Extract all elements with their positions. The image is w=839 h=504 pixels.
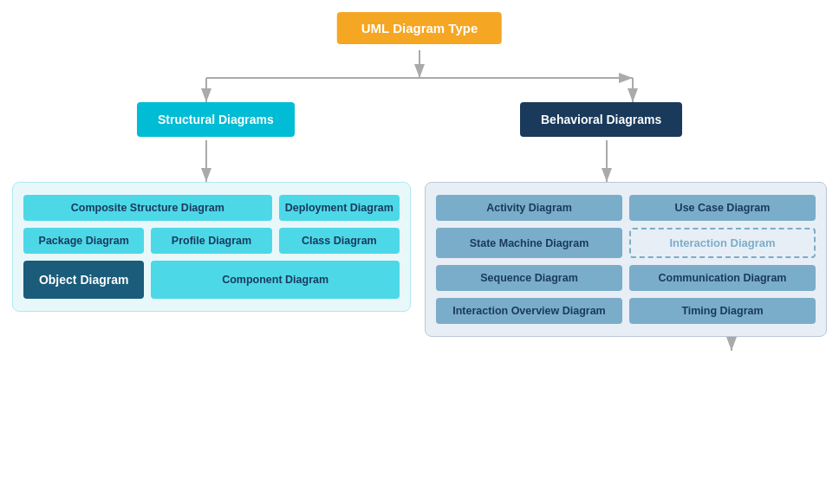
structural-diagrams-box: Structural Diagrams [137, 102, 295, 137]
object-diagram[interactable]: Object Diagram [23, 261, 144, 299]
structural-grid: Composite Structure Diagram Deployment D… [23, 195, 400, 299]
profile-diagram[interactable]: Profile Diagram [151, 228, 271, 254]
component-diagram[interactable]: Component Diagram [151, 261, 400, 299]
activity-diagram[interactable]: Activity Diagram [436, 195, 622, 221]
state-machine-diagram[interactable]: State Machine Diagram [436, 228, 622, 258]
class-diagram[interactable]: Class Diagram [279, 228, 400, 254]
use-case-diagram[interactable]: Use Case Diagram [629, 195, 816, 221]
composite-structure-diagram[interactable]: Composite Structure Diagram [23, 195, 272, 221]
diagram-container: UML Diagram Type Structural Diagrams Beh… [0, 0, 839, 504]
communication-diagram[interactable]: Communication Diagram [629, 265, 816, 291]
behavioral-mid-row: State Machine Diagram Interaction Diagra… [436, 228, 816, 258]
behavioral-diagrams-box: Behavioral Diagrams [520, 102, 682, 137]
root-node: UML Diagram Type [337, 12, 502, 44]
package-diagram[interactable]: Package Diagram [23, 228, 144, 254]
behavioral-bottom-rows: Sequence Diagram Communication Diagram I… [436, 265, 816, 324]
deployment-diagram[interactable]: Deployment Diagram [279, 195, 400, 221]
sequence-diagram[interactable]: Sequence Diagram [436, 265, 622, 291]
behavioral-children-panel: Activity Diagram Use Case Diagram State … [425, 182, 827, 337]
interaction-overview-diagram[interactable]: Interaction Overview Diagram [436, 298, 622, 324]
behavioral-top-row: Activity Diagram Use Case Diagram [436, 195, 816, 221]
structural-children-panel: Composite Structure Diagram Deployment D… [12, 182, 411, 312]
interaction-diagram[interactable]: Interaction Diagram [629, 228, 816, 258]
timing-diagram[interactable]: Timing Diagram [629, 298, 816, 324]
